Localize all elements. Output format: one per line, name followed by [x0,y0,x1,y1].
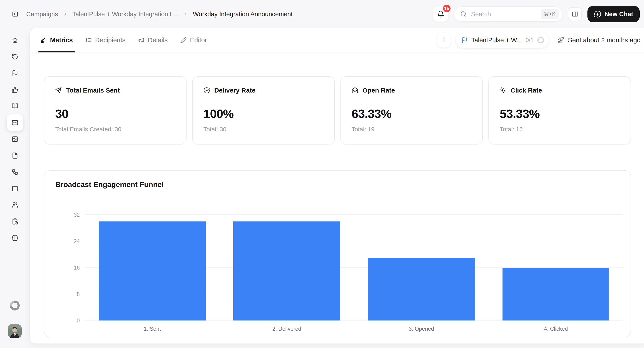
main-panel: Metrics Recipients Details Editor [30,28,644,344]
funnel-bar-chart: 081624321. Sent2. Delivered3. Opened4. C… [85,215,623,320]
flag-icon [462,37,468,43]
metric-card-subtitle: Total: 19 [352,126,472,133]
sidebar-item-history[interactable] [7,48,23,65]
sidebar-item-book-open[interactable] [7,98,23,114]
sidebar-item-calendar[interactable] [7,180,23,197]
y-axis-tick-label: 0 [77,318,80,324]
tab-editor[interactable]: Editor [180,28,207,52]
sidebar-item-flag[interactable] [7,65,23,82]
metric-card-subtitle: Total Emails Created: 30 [55,126,175,133]
metric-card-value: 30 [55,106,175,121]
search-shortcut-hint: ⌘+K [541,9,558,19]
sidebar-item-home[interactable] [7,32,23,48]
y-axis-tick-label: 8 [77,291,80,297]
usage-ring [10,300,20,310]
cursor-click-icon [500,87,506,94]
pen-icon [180,37,187,43]
tab-metrics[interactable]: Metrics [40,28,73,52]
tab-label: Details [148,36,168,44]
funnel-bar-opened [368,258,475,320]
sidebar-toggle-icon[interactable] [12,11,18,17]
sidebar-item-clipboard-clock[interactable] [7,213,23,230]
list-ordered-icon [86,37,92,43]
chevron-right-icon [183,12,188,16]
metric-card-subtitle: Total: 16 [500,126,620,133]
tab-label: Metrics [50,36,73,44]
tab-label: Recipients [95,36,126,44]
calendar-icon [12,185,18,192]
search-input[interactable] [471,10,537,18]
sidebar-nav [0,28,30,348]
sidebar-item-users[interactable] [7,197,23,213]
sidebar-item-file[interactable] [7,147,23,164]
campaign-pill-progress: 0/1 [526,37,534,44]
metric-card-value: 100% [204,106,324,121]
sidebar-item-workflow[interactable] [7,164,23,180]
tab-actions: TalentPulse + W... 0/1 Sent about 2 mont… [437,32,640,48]
metric-cards-row: Total Emails Sent 30 Total Emails Create… [44,76,631,144]
global-search[interactable]: ⌘+K [454,6,562,22]
clipboard-clock-icon [12,218,18,225]
campaign-pill-label: TalentPulse + W... [471,36,522,44]
dots-vertical-icon [441,37,447,43]
funnel-bar-sent [99,222,206,321]
image-icon [12,136,18,142]
megaphone-icon [138,37,144,43]
tab-recipients[interactable]: Recipients [86,28,126,52]
funnel-bar-clicked [502,268,609,320]
topbar-actions: 15 ⌘+K New Chat [433,6,640,22]
user-avatar[interactable] [8,324,22,338]
breadcrumb-campaign-name[interactable]: TalentPulse + Workday Integration L... [72,10,178,18]
mail-icon [12,120,18,126]
chat-plus-icon [594,10,601,18]
breadcrumb-current-page: Workday Integration Announcement [193,10,293,18]
breadcrumb-campaigns[interactable]: Campaigns [26,10,58,18]
tab-details[interactable]: Details [138,28,168,52]
metric-card-subtitle: Total: 30 [204,126,324,133]
users-icon [12,202,18,208]
search-icon [460,11,467,17]
history-icon [12,54,18,60]
more-options-button[interactable] [437,33,451,48]
tab-row: Metrics Recipients Details Editor [30,28,644,52]
sent-status: Sent about 2 months ago [557,36,640,44]
brain-icon [12,235,18,241]
chart-icon [40,37,47,43]
metric-card-click-rate: Click Rate 53.33% Total: 16 [488,76,631,144]
chevron-right-icon [63,12,68,16]
funnel-bar-delivered [233,222,340,321]
metric-card-title: Total Emails Sent [66,87,120,94]
breadcrumb: Campaigns TalentPulse + Workday Integrat… [26,10,293,18]
right-panel-toggle-button[interactable] [568,7,582,21]
metric-card-value: 63.33% [352,106,472,121]
sidebar-item-mail[interactable] [7,114,23,131]
metric-card-delivery-rate: Delivery Rate 100% Total: 30 [192,76,335,144]
metric-card-title: Open Rate [362,87,395,94]
sent-status-text: Sent about 2 months ago [568,36,640,44]
notifications-button[interactable]: 15 [433,6,448,22]
x-axis-category-label: 3. Opened [354,326,489,332]
new-chat-button[interactable]: New Chat [588,6,640,22]
progress-ring-icon [538,37,544,43]
home-icon [12,37,18,44]
sidebar-item-thumbs-up[interactable] [7,82,23,98]
chart-title: Broadcast Engagement Funnel [55,180,164,189]
sidebar-item-brain[interactable] [7,230,23,246]
mail-open-icon [352,87,358,94]
metric-card-open-rate: Open Rate 63.33% Total: 19 [340,76,483,144]
send-icon [55,87,62,94]
notification-count-badge: 15 [442,4,451,13]
sidebar-item-image[interactable] [7,131,23,147]
check-circle-icon [204,87,210,94]
x-axis-category-label: 2. Delivered [220,326,354,332]
metric-card-title: Click Rate [510,87,542,94]
y-axis-tick-label: 32 [74,212,80,218]
book-open-icon [12,103,18,110]
x-axis-category-label: 1. Sent [85,326,220,332]
tabs: Metrics Recipients Details Editor [40,28,207,52]
campaign-pill[interactable]: TalentPulse + W... 0/1 [456,32,548,48]
y-axis-tick-label: 24 [74,238,80,244]
panel-right-icon [572,11,578,17]
workflow-icon [12,169,18,175]
metric-card-total-sent: Total Emails Sent 30 Total Emails Create… [44,76,186,144]
